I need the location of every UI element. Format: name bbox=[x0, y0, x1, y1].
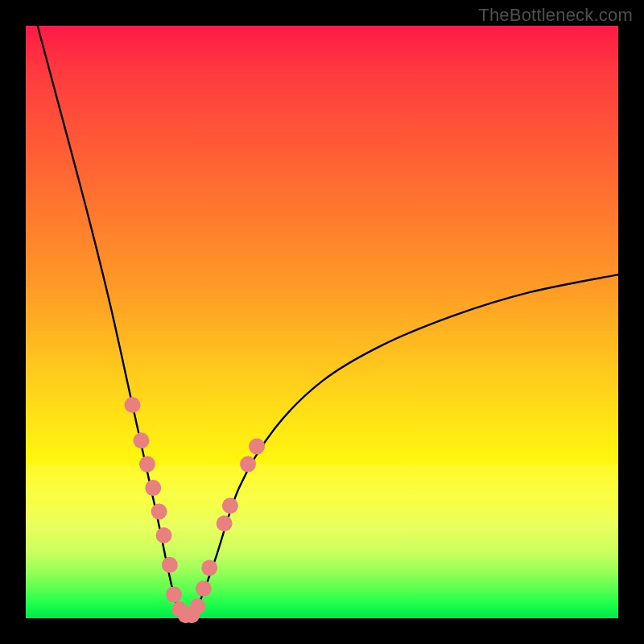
highlight-dot bbox=[166, 587, 182, 603]
chart-frame: TheBottleneck.com bbox=[0, 0, 644, 644]
highlight-dot bbox=[196, 580, 212, 597]
curve-svg bbox=[26, 26, 618, 618]
highlight-dot bbox=[240, 456, 256, 473]
watermark-text: TheBottleneck.com bbox=[478, 5, 633, 26]
highlight-dot bbox=[145, 480, 161, 496]
highlight-dot bbox=[156, 527, 172, 543]
plot-area bbox=[26, 26, 618, 618]
highlight-dot bbox=[217, 515, 233, 531]
highlight-dot bbox=[201, 559, 217, 576]
highlight-dot bbox=[151, 504, 167, 520]
highlight-dot bbox=[249, 439, 265, 455]
bottleneck-curve bbox=[38, 26, 618, 619]
highlight-dot bbox=[125, 397, 141, 413]
highlight-dots-group bbox=[125, 397, 266, 623]
highlight-dot bbox=[162, 557, 178, 573]
highlight-dot bbox=[189, 598, 205, 614]
highlight-dot bbox=[139, 456, 155, 473]
highlight-dot bbox=[134, 432, 150, 448]
highlight-dot bbox=[222, 497, 238, 514]
